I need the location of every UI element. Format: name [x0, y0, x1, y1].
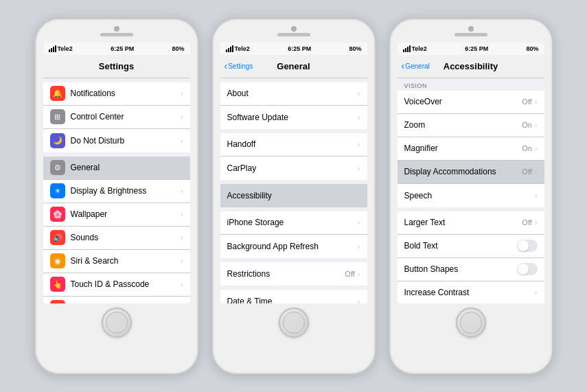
voiceover-label: VoiceOver [404, 97, 522, 106]
status-bar-1: Tele2 6:25 PM 80% [43, 43, 190, 55]
button-shapes-label: Button Shapes [404, 264, 517, 274]
list-item[interactable]: 🌸 Wallpaper › [43, 203, 190, 227]
list-item[interactable]: Restrictions Off › [220, 262, 367, 286]
list-item[interactable]: VoiceOver Off › [398, 91, 544, 114]
nav-title-1: Settings [99, 61, 134, 71]
list-item[interactable]: Larger Text Off › [398, 211, 544, 235]
magnifier-value: On [522, 144, 532, 152]
settings-list-2: About › Software Update › Handoff › [220, 78, 367, 303]
vision-header: VISION [398, 78, 544, 91]
general-icon: ⚙ [50, 160, 65, 175]
time-2: 6:25 PM [288, 45, 311, 52]
settings-group-2b: Handoff › CarPlay › [220, 133, 367, 180]
emergency-sos-icon: SOS [50, 300, 65, 303]
time-1: 6:25 PM [111, 45, 134, 52]
phone-2: Tele2 6:25 PM 80% ‹ Settings General [211, 18, 376, 375]
zoom-value: On [522, 121, 532, 129]
list-item[interactable]: Speech › [398, 184, 544, 207]
list-item[interactable]: Software Update › [220, 106, 367, 129]
list-item[interactable]: Background App Refresh › [220, 235, 367, 258]
nav-title-2: General [277, 61, 310, 71]
list-item[interactable]: CarPlay › [220, 157, 367, 180]
list-item[interactable]: 👆 Touch ID & Passcode › [43, 273, 190, 297]
voiceover-value: Off [522, 97, 531, 106]
screen-1: Tele2 6:25 PM 80% Settings 🔔 Notificatio… [43, 43, 190, 303]
list-item[interactable]: Display Accommodations Off › [398, 161, 544, 184]
home-button-inner-3 [460, 312, 482, 334]
display-brightness-label: Display & Brightness [71, 186, 181, 196]
list-item[interactable]: 🌙 Do Not Disturb › [43, 129, 190, 152]
phone-top-2 [216, 26, 372, 38]
control-center-label: Control Center [71, 112, 181, 122]
button-shapes-toggle[interactable] [517, 263, 538, 275]
phone-bottom-3 [393, 308, 549, 338]
signal-icon-2 [226, 45, 233, 52]
list-item[interactable]: Button Shapes [398, 258, 544, 281]
chevron-icon: › [535, 218, 538, 227]
home-button-3[interactable] [456, 308, 486, 338]
chevron-icon: › [358, 218, 360, 227]
notifications-label: Notifications [71, 89, 181, 98]
settings-list-1[interactable]: 🔔 Notifications › ⊞ Control Center › 🌙 D… [43, 78, 190, 303]
list-item[interactable]: ⊞ Control Center › [43, 106, 190, 129]
bold-text-label: Bold Text [404, 241, 517, 251]
settings-group-1b: ⚙ General › ☀ Display & Brightness › 🌸 W… [43, 157, 190, 303]
list-item[interactable]: ⚙ General › [43, 157, 190, 180]
chevron-icon: › [535, 192, 538, 200]
camera-2 [291, 26, 297, 32]
time-3: 6:25 PM [465, 45, 488, 52]
back-button-3[interactable]: ‹ General [402, 61, 430, 71]
toggle-knob [518, 240, 529, 251]
list-item[interactable]: Increase Contrast › [398, 281, 544, 303]
bold-text-toggle[interactable] [517, 240, 538, 252]
chevron-icon: › [181, 210, 183, 218]
wallpaper-icon: 🌸 [50, 207, 65, 222]
battery-1: 80% [172, 45, 184, 52]
list-item[interactable]: SOS Emergency SOS › [43, 297, 190, 303]
chevron-icon: › [181, 233, 183, 242]
list-item[interactable]: Zoom On › [398, 114, 544, 137]
sounds-icon: 🔊 [50, 230, 65, 245]
list-item[interactable]: ◉ Siri & Search › [43, 250, 190, 273]
about-label: About [227, 89, 358, 98]
emergency-sos-label: Emergency SOS [71, 303, 181, 303]
phones-container: Tele2 6:25 PM 80% Settings 🔔 Notificatio… [27, 11, 560, 382]
settings-group-3b: Larger Text Off › Bold Text Button Shape… [398, 211, 544, 303]
list-item[interactable]: Handoff › [220, 133, 367, 157]
chevron-icon: › [358, 297, 360, 303]
chevron-icon: › [181, 187, 183, 195]
list-item[interactable]: iPhone Storage › [220, 211, 367, 235]
list-item[interactable]: Magnifier On › [398, 137, 544, 161]
camera-1 [114, 26, 119, 32]
control-center-icon: ⊞ [50, 109, 65, 124]
list-item[interactable]: 🔔 Notifications › [43, 82, 190, 106]
list-item[interactable]: ☀ Display & Brightness › [43, 180, 190, 203]
list-item[interactable]: Bold Text [398, 235, 544, 258]
general-label: General [71, 163, 181, 172]
speaker-1 [100, 33, 133, 36]
nav-title-3: Accessibility [444, 61, 498, 71]
sounds-label: Sounds [71, 233, 181, 242]
speaker-2 [277, 33, 310, 36]
signal-icon-3 [403, 45, 411, 52]
chevron-icon: › [535, 288, 538, 297]
list-item[interactable]: Accessibility [220, 184, 367, 207]
screen-3: Tele2 6:25 PM 80% ‹ General Accessibilit… [398, 43, 544, 303]
chevron-icon: › [358, 270, 360, 278]
do-not-disturb-label: Do Not Disturb [71, 136, 181, 146]
battery-2: 80% [349, 45, 361, 52]
home-button-1[interactable] [102, 308, 132, 338]
list-item[interactable]: 🔊 Sounds › [43, 227, 190, 250]
chevron-icon: › [358, 164, 360, 172]
restrictions-value: Off [345, 270, 354, 278]
status-bar-3: Tele2 6:25 PM 80% [398, 43, 544, 55]
do-not-disturb-icon: 🌙 [50, 133, 65, 148]
back-button-2[interactable]: ‹ Settings [225, 61, 253, 71]
carrier-3: Tele2 [412, 45, 427, 52]
list-item[interactable]: About › [220, 82, 367, 106]
list-item[interactable]: Date & Time › [220, 290, 367, 303]
chevron-icon: › [358, 113, 360, 122]
home-button-2[interactable] [279, 308, 309, 338]
chevron-icon: › [181, 163, 183, 172]
display-accommodations-value: Off [522, 168, 531, 176]
